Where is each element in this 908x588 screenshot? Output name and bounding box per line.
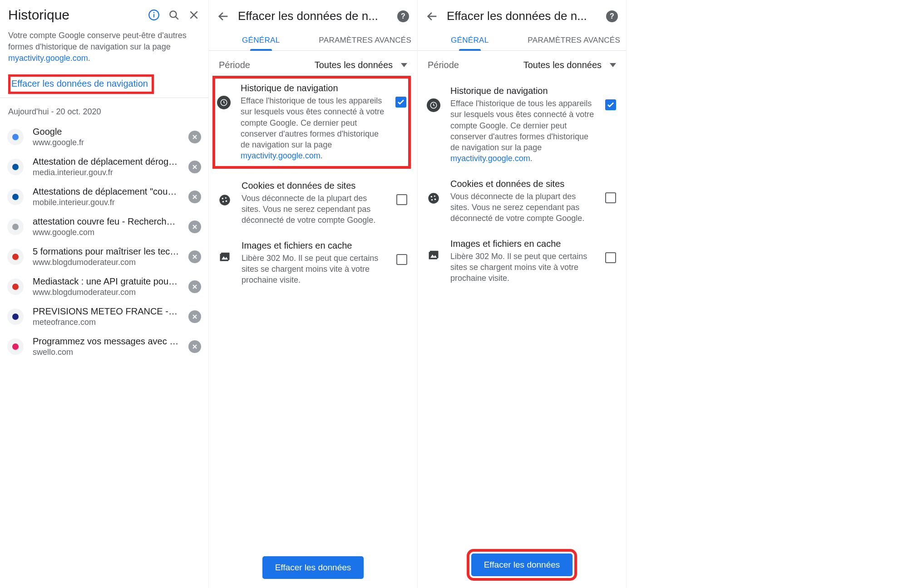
myactivity-link[interactable]: myactivity.google.com xyxy=(450,154,530,163)
option-desc: Libère 302 Mo. Il se peut que certains s… xyxy=(450,251,595,284)
history-note: Votre compte Google conserve peut-être d… xyxy=(8,30,200,64)
back-icon[interactable] xyxy=(217,10,230,23)
history-item-text: Attestation de déplacement dérogat... me… xyxy=(33,157,179,177)
search-icon[interactable] xyxy=(168,9,180,21)
option-cookies[interactable]: Cookies et données de sites Vous déconne… xyxy=(424,172,620,231)
myactivity-link[interactable]: myactivity.google.com xyxy=(241,151,321,160)
tab-advanced[interactable]: PARAMÈTRES AVANCÉS xyxy=(522,29,627,50)
period-selector[interactable]: Période Toutes les données xyxy=(209,51,417,78)
option-desc: Efface l'historique de tous les appareil… xyxy=(241,95,385,162)
svg-point-10 xyxy=(12,164,19,170)
clear-data-panel-step1: Effacer les données de n... ? GÉNÉRAL PA… xyxy=(209,0,418,588)
period-label: Période xyxy=(428,60,523,70)
option-cookies[interactable]: Cookies et données de sites Vous déconne… xyxy=(215,173,411,233)
checkbox-cookies[interactable] xyxy=(605,192,616,203)
favicon-icon xyxy=(7,279,24,295)
history-item-text: Google www.google.fr xyxy=(33,127,179,147)
history-item-title: PREVISIONS METEO FRANCE - Site ... xyxy=(33,306,179,317)
delete-history-item-icon[interactable] xyxy=(188,220,201,233)
history-item[interactable]: Mediastack : une API gratuite pour ... w… xyxy=(0,272,208,302)
page-title: Historique xyxy=(8,7,140,23)
period-value: Toutes les données xyxy=(523,60,602,70)
favicon-icon xyxy=(7,219,24,235)
history-item-title: Attestation de déplacement dérogat... xyxy=(33,157,179,167)
history-panel: Historique Votre compte Google conserve … xyxy=(0,0,209,588)
clear-data-button[interactable]: Effacer les données xyxy=(471,554,573,576)
option-title: Cookies et données de sites xyxy=(450,179,595,189)
svg-point-35 xyxy=(222,198,224,200)
checkbox-cookies[interactable] xyxy=(396,194,407,205)
tab-general[interactable]: GÉNÉRAL xyxy=(209,29,313,50)
delete-history-item-icon[interactable] xyxy=(188,280,201,293)
history-icon xyxy=(427,98,440,112)
option-title: Images et fichiers en cache xyxy=(242,240,386,251)
history-item[interactable]: Attestation de déplacement dérogat... me… xyxy=(0,152,208,182)
myactivity-link[interactable]: myactivity.google.com xyxy=(8,54,88,63)
option-title: Images et fichiers en cache xyxy=(450,239,595,249)
history-item[interactable]: Google www.google.fr xyxy=(0,122,208,152)
svg-point-37 xyxy=(222,201,224,202)
delete-history-item-icon[interactable] xyxy=(188,310,201,323)
cookie-icon xyxy=(218,193,232,207)
svg-point-45 xyxy=(428,193,439,203)
help-icon[interactable]: ? xyxy=(606,10,618,22)
history-item[interactable]: Attestations de déplacement "couvr... mo… xyxy=(0,182,208,212)
svg-point-19 xyxy=(12,254,19,260)
image-icon xyxy=(427,248,440,261)
history-item[interactable]: 5 formations pour maîtriser les tech... … xyxy=(0,242,208,272)
image-icon xyxy=(218,250,232,263)
option-cache[interactable]: Images et fichiers en cache Libère 302 M… xyxy=(215,233,411,293)
info-icon[interactable] xyxy=(148,9,160,21)
tab-general[interactable]: GÉNÉRAL xyxy=(418,29,522,50)
history-item-url: www.blogdumoderateur.com xyxy=(33,258,179,267)
clear-browsing-data-link[interactable]: Effacer les données de navigation xyxy=(11,78,148,88)
clear-data-title: Effacer les données de n... xyxy=(447,9,598,23)
history-header: Historique xyxy=(0,0,208,27)
svg-point-2 xyxy=(153,12,155,13)
favicon-icon xyxy=(7,309,24,325)
history-item[interactable]: attestation couvre feu - Recherche ... w… xyxy=(0,212,208,242)
svg-point-46 xyxy=(431,196,433,198)
svg-point-36 xyxy=(225,197,227,199)
option-desc: Vous déconnecte de la plupart des sites.… xyxy=(450,191,595,224)
checkbox-cache[interactable] xyxy=(605,252,616,263)
option-title: Historique de navigation xyxy=(241,83,385,93)
history-note-section: Votre compte Google conserve peut-être d… xyxy=(0,27,208,94)
svg-point-22 xyxy=(12,284,19,290)
delete-history-item-icon[interactable] xyxy=(188,191,201,203)
period-selector[interactable]: Période Toutes les données xyxy=(418,51,626,78)
clear-browsing-data-highlight: Effacer les données de navigation xyxy=(8,74,154,94)
delete-history-item-icon[interactable] xyxy=(188,250,201,263)
history-item[interactable]: Programmez vos messages avec a... swello… xyxy=(0,332,208,362)
svg-point-34 xyxy=(219,195,230,205)
history-item-text: 5 formations pour maîtriser les tech... … xyxy=(33,246,179,267)
delete-history-item-icon[interactable] xyxy=(188,340,201,353)
clear-data-header: Effacer les données de n... ? xyxy=(418,0,626,29)
help-icon[interactable]: ? xyxy=(397,10,409,22)
history-item[interactable]: PREVISIONS METEO FRANCE - Site ... meteo… xyxy=(0,302,208,332)
close-icon[interactable] xyxy=(188,9,200,21)
checkbox-history[interactable] xyxy=(395,97,406,108)
back-icon[interactable] xyxy=(426,10,439,23)
history-item-url: media.interieur.gouv.fr xyxy=(33,168,179,177)
option-cache[interactable]: Images et fichiers en cache Libère 302 M… xyxy=(424,231,620,291)
option-text: Images et fichiers en cache Libère 302 M… xyxy=(242,240,386,286)
history-item-title: Mediastack : une API gratuite pour ... xyxy=(33,276,179,287)
footer-highlight: Effacer les données xyxy=(418,551,626,579)
svg-marker-43 xyxy=(610,63,616,67)
history-icon xyxy=(217,96,231,109)
option-text: Cookies et données de sites Vous déconne… xyxy=(242,181,386,226)
tab-advanced[interactable]: PARAMÈTRES AVANCÉS xyxy=(313,29,418,50)
svg-point-48 xyxy=(431,199,433,201)
tabs: GÉNÉRAL PARAMÈTRES AVANCÉS xyxy=(209,29,417,51)
favicon-icon xyxy=(7,159,24,175)
delete-history-item-icon[interactable] xyxy=(188,161,201,173)
checkbox-cache[interactable] xyxy=(396,254,407,265)
option-browsing-history[interactable]: Historique de navigation Efface l'histor… xyxy=(424,78,620,172)
checkbox-history[interactable] xyxy=(605,99,616,110)
option-browsing-history-highlight[interactable]: Historique de navigation Efface l'histor… xyxy=(212,76,411,169)
clear-data-header: Effacer les données de n... ? xyxy=(209,0,417,29)
clear-data-button[interactable]: Effacer les données xyxy=(262,556,364,579)
delete-history-item-icon[interactable] xyxy=(188,131,201,143)
history-item-url: mobile.interieur.gouv.fr xyxy=(33,198,179,207)
